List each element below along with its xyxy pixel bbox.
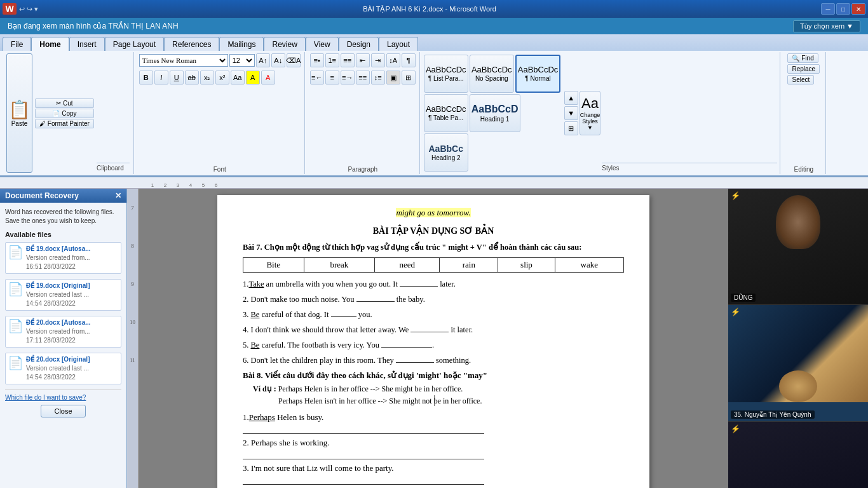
answer-3-label: 3. I'm not sure that Liz will come to th… bbox=[243, 463, 624, 473]
file-type-3: Version created from... bbox=[26, 327, 91, 336]
file-name-3: ĐỀ 20.docx [Autosa... bbox=[26, 318, 91, 327]
example2: Perhaps Helen isn't in her office --> Sh… bbox=[278, 395, 624, 407]
prev-line: might go as tomorrow. bbox=[243, 208, 624, 218]
change-styles-btn[interactable]: Aa ChangeStyles ▼ bbox=[580, 91, 601, 135]
available-files-label: Available files bbox=[5, 231, 121, 238]
page-marker-9: 9 bbox=[127, 265, 138, 303]
style-normal[interactable]: AaBbCcDc ¶ Normal bbox=[515, 55, 561, 93]
tab-page-layout[interactable]: Page Layout bbox=[105, 37, 164, 51]
font-group: Times New Roman 12 A↑ A↓ ⌫A B I U ab x₂ … bbox=[135, 52, 305, 174]
ruler-tick: 3 bbox=[172, 182, 184, 188]
tab-mailings[interactable]: Mailings bbox=[219, 37, 264, 51]
find-btn[interactable]: 🔍 Find bbox=[787, 53, 818, 63]
file-item-4[interactable]: 📄 ĐỀ 20.docx [Original] Version created … bbox=[5, 353, 121, 384]
replace-btn[interactable]: Replace bbox=[787, 64, 820, 74]
style-no-spacing[interactable]: AaBbCcDc No Spacing bbox=[470, 55, 514, 93]
decrease-indent-btn[interactable]: ⇤ bbox=[356, 53, 370, 67]
style-table-pa[interactable]: AaBbCcDc ¶ Table Pa... bbox=[424, 94, 468, 132]
cut-btn[interactable]: ✂ Cut bbox=[35, 98, 94, 108]
bai8-instruction: Bài 8. Viết câu dưới đây theo cách khác,… bbox=[243, 370, 624, 381]
paragraph-row1: ≡• 1≡ ≡≡ ⇤ ⇥ ↕A ¶ bbox=[310, 53, 416, 67]
blank-3 bbox=[331, 316, 356, 317]
file-name-4: ĐỀ 20.docx [Original] bbox=[26, 355, 90, 364]
shading-btn[interactable]: ▣ bbox=[386, 71, 400, 85]
quynh-mic-icon: ⚡ bbox=[731, 308, 740, 316]
file-item-1[interactable]: 📄 ĐỀ 19.docx [Autosa... Version created … bbox=[5, 242, 121, 274]
clear-format-btn[interactable]: ⌫A bbox=[287, 53, 301, 67]
highlight-btn[interactable]: A bbox=[246, 71, 260, 85]
doc-recovery-title: Document Recovery bbox=[5, 191, 79, 200]
copy-btn[interactable]: 📄 Copy bbox=[35, 109, 94, 118]
close-recovery-btn[interactable]: Close bbox=[41, 405, 85, 417]
answer-1-line bbox=[243, 424, 484, 434]
file-item-2[interactable]: 📄 ĐỀ 19.docx [Original] Version created … bbox=[5, 279, 121, 311]
titlebar-controls[interactable]: ─ □ ✕ bbox=[821, 3, 865, 15]
align-right-btn[interactable]: ≡→ bbox=[341, 71, 355, 85]
exercise-4: 4. I don't think we should throw that le… bbox=[243, 323, 624, 336]
text-case-btn[interactable]: Aa bbox=[231, 71, 245, 85]
bullets-btn[interactable]: ≡• bbox=[310, 53, 324, 67]
italic-btn[interactable]: I bbox=[154, 71, 168, 85]
style-heading2[interactable]: AaBbCc Heading 2 bbox=[424, 133, 468, 172]
doc-page[interactable]: might go as tomorrow. BÀI TẬP VẬN DỤNG S… bbox=[217, 195, 649, 488]
strikethrough-btn[interactable]: ab bbox=[185, 71, 199, 85]
ruler-tick: 1 bbox=[146, 182, 159, 188]
tab-view[interactable]: View bbox=[306, 37, 339, 51]
align-center-btn[interactable]: ≡ bbox=[325, 71, 339, 85]
style-list-para[interactable]: AaBbCcDc ¶ List Para... bbox=[424, 55, 468, 93]
tab-layout[interactable]: Layout bbox=[379, 37, 418, 51]
help-link[interactable]: Which file do I want to save? bbox=[5, 394, 121, 401]
file-item-3[interactable]: 📄 ĐỀ 20.docx [Autosa... Version created … bbox=[5, 316, 121, 348]
sort-btn[interactable]: ↕A bbox=[386, 53, 400, 67]
underline-btn[interactable]: U bbox=[170, 71, 184, 85]
bai7-instruction: Bài 7. Chọn một động từ thích hợp vag sử… bbox=[243, 241, 624, 254]
ruler-tick: 2 bbox=[159, 182, 172, 188]
bold-btn[interactable]: B bbox=[139, 71, 153, 85]
page-marker-8: 8 bbox=[127, 227, 138, 265]
find-group-label: Editing bbox=[794, 165, 814, 173]
page-marker-7: 7 bbox=[127, 189, 138, 227]
tab-home[interactable]: Home bbox=[31, 37, 69, 51]
style-heading1[interactable]: AaBbCcD Heading 1 bbox=[470, 94, 520, 132]
styles-more-btn[interactable]: ⊞ bbox=[564, 121, 578, 135]
font-size-select[interactable]: 12 bbox=[229, 54, 255, 67]
styles-up-btn[interactable]: ▲ bbox=[564, 91, 578, 105]
line-spacing-btn[interactable]: ↕≡ bbox=[371, 71, 385, 85]
show-marks-btn[interactable]: ¶ bbox=[402, 53, 416, 67]
word-rain: rain bbox=[440, 257, 498, 272]
paste-btn[interactable]: 📋 Paste bbox=[6, 53, 32, 173]
shrink-font-btn[interactable]: A↓ bbox=[271, 53, 285, 67]
font-name-select[interactable]: Times New Roman bbox=[139, 54, 228, 67]
blank-5 bbox=[381, 347, 432, 348]
superscript-btn[interactable]: x² bbox=[215, 71, 229, 85]
doc-recovery-desc: Word has recovered the following files. … bbox=[5, 208, 121, 226]
tab-design[interactable]: Design bbox=[339, 37, 379, 51]
subscript-btn[interactable]: x₂ bbox=[200, 71, 214, 85]
format-painter-btn[interactable]: 🖌 Format Painter bbox=[35, 119, 94, 128]
minimize-btn[interactable]: ─ bbox=[821, 3, 835, 15]
styles-down-btn[interactable]: ▼ bbox=[564, 106, 578, 120]
file-info-4: ĐỀ 20.docx [Original] Version created la… bbox=[26, 355, 90, 382]
exercise-6: 6. Don't let the children play in this r… bbox=[243, 354, 624, 367]
close-recovery-icon[interactable]: ✕ bbox=[115, 191, 121, 200]
bai7-label: Bài 7. Chọn một động từ thích hợp vag sử… bbox=[243, 243, 581, 252]
border-btn[interactable]: ⊞ bbox=[402, 71, 416, 85]
clipboard-label: Clipboard bbox=[97, 163, 130, 173]
tab-insert[interactable]: Insert bbox=[69, 37, 105, 51]
select-btn[interactable]: Select bbox=[787, 75, 814, 85]
close-btn[interactable]: ✕ bbox=[851, 3, 865, 15]
increase-indent-btn[interactable]: ⇥ bbox=[371, 53, 385, 67]
justify-btn[interactable]: ≡≡ bbox=[356, 71, 370, 85]
font-color-btn[interactable]: A bbox=[261, 71, 275, 85]
notification-options-btn[interactable]: Tùy chọn xem ▼ bbox=[793, 20, 860, 32]
align-left-btn[interactable]: ≡← bbox=[310, 71, 324, 85]
maximize-btn[interactable]: □ bbox=[836, 3, 850, 15]
numbering-btn[interactable]: 1≡ bbox=[325, 53, 339, 67]
multilevel-btn[interactable]: ≡≡ bbox=[341, 53, 355, 67]
tab-review[interactable]: Review bbox=[264, 37, 305, 51]
tab-references[interactable]: References bbox=[164, 37, 219, 51]
grow-font-btn[interactable]: A↑ bbox=[256, 53, 270, 67]
video-face-1 bbox=[728, 189, 868, 304]
tab-file[interactable]: File bbox=[3, 37, 31, 51]
word-wake: wake bbox=[555, 257, 623, 272]
